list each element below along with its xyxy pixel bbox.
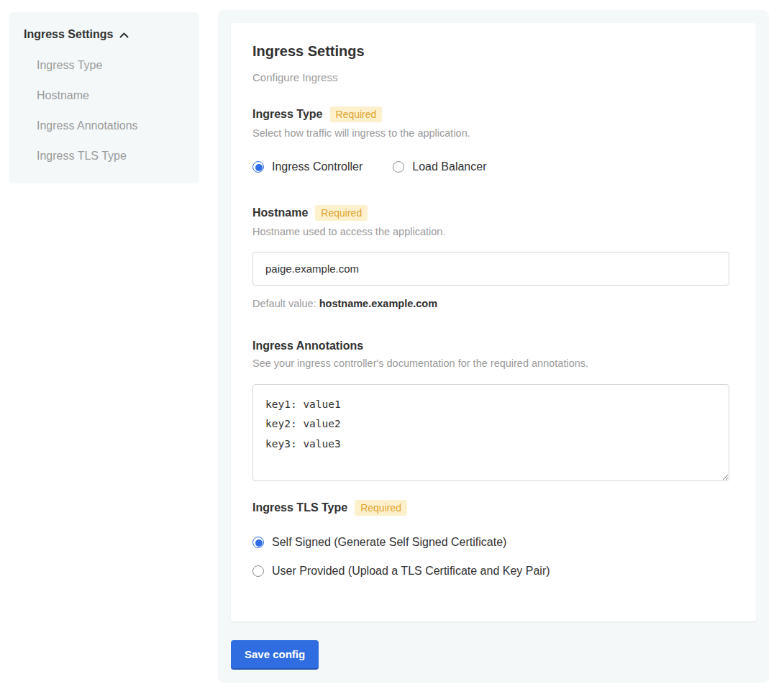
hostname-help: Hostname used to access the application. xyxy=(252,226,734,237)
ingress-type-title: Ingress Type xyxy=(252,108,323,121)
hostname-default-line: Default value: hostname.example.com xyxy=(252,298,734,309)
config-card: Ingress Settings Configure Ingress Ingre… xyxy=(231,23,756,621)
annotations-title: Ingress Annotations xyxy=(252,340,363,352)
save-config-button[interactable]: Save config xyxy=(231,640,319,668)
tls-type-title: Ingress TLS Type xyxy=(252,501,347,514)
sidebar-item-ingress-tls-type[interactable]: Ingress TLS Type xyxy=(37,150,185,162)
page-subtitle: Configure Ingress xyxy=(252,71,734,83)
ingress-type-help: Select how traffic will ingress to the a… xyxy=(252,127,734,139)
sidebar-item-ingress-annotations[interactable]: Ingress Annotations xyxy=(37,120,185,132)
required-badge: Required xyxy=(330,106,383,122)
radio-label: Load Balancer xyxy=(412,160,486,173)
radio-ingress-controller[interactable]: Ingress Controller xyxy=(252,160,363,173)
config-nav-sidebar: Ingress Settings Ingress Type Hostname I… xyxy=(9,12,199,183)
required-badge: Required xyxy=(315,205,368,221)
config-main-panel: Ingress Settings Configure Ingress Ingre… xyxy=(218,10,769,683)
hostname-input[interactable] xyxy=(252,252,729,286)
tls-type-radio-group: Self Signed (Generate Self Signed Certif… xyxy=(252,536,734,578)
radio-self-signed[interactable]: Self Signed (Generate Self Signed Certif… xyxy=(252,536,734,549)
radio-load-balancer[interactable]: Load Balancer xyxy=(393,160,486,173)
annotations-textarea[interactable]: key1: value1 key2: value2 key3: value3 xyxy=(252,384,729,481)
radio-icon xyxy=(393,161,404,173)
radio-label: User Provided (Upload a TLS Certificate … xyxy=(272,565,550,578)
page: Ingress Settings Ingress Type Hostname I… xyxy=(0,0,784,697)
annotations-help: See your ingress controller's documentat… xyxy=(252,357,734,369)
radio-icon xyxy=(252,565,264,577)
radio-icon xyxy=(252,537,264,548)
page-title: Ingress Settings xyxy=(252,43,734,60)
sidebar-group-title: Ingress Settings xyxy=(24,28,113,41)
section-ingress-tls-type: Ingress TLS Type Required Self Signed (G… xyxy=(252,500,734,578)
section-ingress-annotations: Ingress Annotations See your ingress con… xyxy=(252,340,734,481)
sidebar-group-ingress-settings[interactable]: Ingress Settings xyxy=(24,28,185,41)
required-badge: Required xyxy=(355,500,407,516)
section-hostname: Hostname Required Hostname used to acces… xyxy=(252,205,734,309)
chevron-up-icon xyxy=(119,32,129,38)
ingress-type-radio-group: Ingress Controller Load Balancer xyxy=(252,160,734,173)
radio-icon xyxy=(252,161,264,173)
default-value-label: Default value: xyxy=(252,298,316,309)
hostname-title: Hostname xyxy=(252,206,308,219)
default-value-text: hostname.example.com xyxy=(319,298,437,309)
sidebar-item-hostname[interactable]: Hostname xyxy=(37,90,185,101)
sidebar-item-ingress-type[interactable]: Ingress Type xyxy=(37,60,185,71)
radio-user-provided[interactable]: User Provided (Upload a TLS Certificate … xyxy=(252,565,734,578)
radio-label: Self Signed (Generate Self Signed Certif… xyxy=(272,536,506,549)
radio-label: Ingress Controller xyxy=(272,160,363,173)
section-ingress-type: Ingress Type Required Select how traffic… xyxy=(252,106,734,173)
